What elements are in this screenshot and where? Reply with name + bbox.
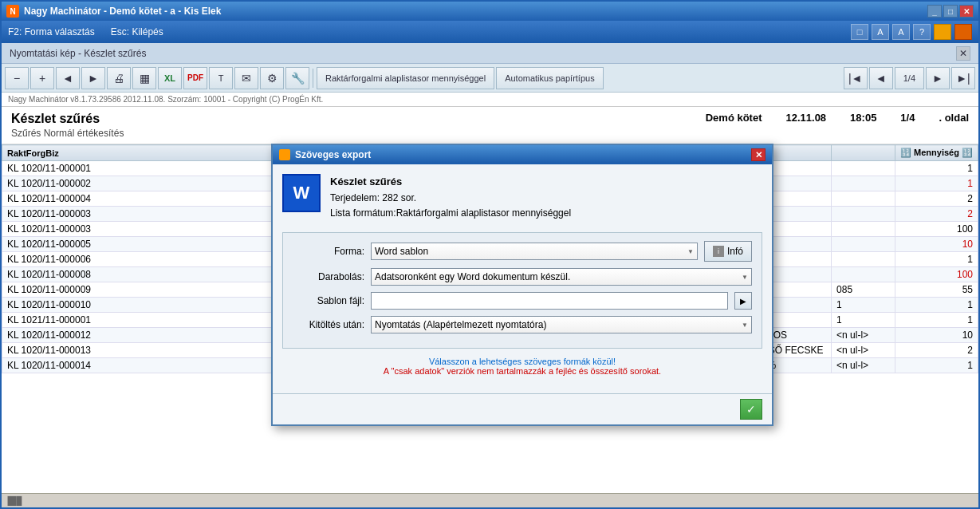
window-title: Nagy Machinátor - Demó kötet - a - Kis E… [24, 6, 221, 17]
info-button[interactable]: i Infó [704, 241, 752, 262]
table-cell [832, 191, 895, 207]
table-cell: KL 1020/11-000010 [2, 298, 281, 313]
table-cell: <n ul-l> [832, 343, 895, 358]
menu-f2[interactable]: F2: Forma választás [8, 26, 95, 37]
tb-tool-btn[interactable]: 🔧 [285, 67, 309, 89]
page-header-time: 18:05 [850, 112, 876, 139]
color-block-2 [954, 24, 972, 40]
tb-minus-btn[interactable]: − [5, 67, 29, 89]
sablon-input[interactable] [371, 292, 728, 310]
kitoltes-label: Kitöltés után: [293, 319, 364, 330]
darabolas-select[interactable]: Adatsoronként egy Word dokumentum készül… [371, 268, 752, 286]
dialog-form: Forma: Word sablon i Infó Darabolás: [282, 232, 762, 349]
forma-select[interactable]: Word sablon [371, 243, 698, 260]
dialog-info-text: Készlet szűrés Terjedelem: 282 sor. List… [330, 174, 571, 221]
toolbar: − + ◄ ► 🖨 ▦ XL PDF T ✉ ⚙ 🔧 Raktárforgalm… [2, 64, 978, 93]
table-cell: 2 [895, 207, 978, 222]
page-header-date: 12.11.08 [786, 112, 827, 139]
table-cell: KL 1020/11-000013 [2, 343, 281, 358]
col-header-megj[interactable] [832, 145, 895, 161]
tb-print-btn[interactable]: 🖨 [107, 67, 131, 89]
notice-1: Válasszon a lehetséges szöveges formák k… [282, 357, 762, 366]
page-header-title: Készlet szűrés Szűrés Normál értékesítés [11, 112, 706, 139]
dialog-footer: ✓ [273, 393, 772, 424]
close-button[interactable]: ✕ [959, 5, 974, 18]
table-cell: 2 [895, 191, 978, 207]
menu-esc[interactable]: Esc: Kilépés [111, 26, 163, 37]
dialog-title-icon [279, 149, 290, 160]
col-header-biz[interactable]: RaktForgBiz [2, 145, 281, 161]
dialog-notice: Válasszon a lehetséges szöveges formák k… [282, 357, 762, 376]
version-bar: Nagy Machinátor v8.1.73.29586 2012.11.08… [2, 93, 978, 107]
sablon-row: Sablon fájl: ▶ [293, 292, 752, 310]
tb-table-btn[interactable]: ▦ [132, 67, 156, 89]
dialog-info-section: W Készlet szűrés Terjedelem: 282 sor. Li… [282, 174, 762, 221]
menu-btn-restore[interactable]: □ [851, 24, 868, 40]
tb-sep-1 [313, 69, 313, 88]
tb-prev-btn[interactable]: ◄ [869, 67, 893, 89]
page-header-page-suffix: . oldal [939, 112, 969, 139]
darabolas-row: Darabolás: Adatsoronként egy Word dokume… [293, 268, 752, 286]
color-block-1 [934, 24, 951, 40]
table-cell: 1 [895, 161, 978, 176]
table-cell: KL 1020/11-000005 [2, 237, 281, 252]
page-subtitle: Szűrés Normál értékesítés [11, 128, 706, 139]
tb-paper-type-btn[interactable]: Automatikus papírtípus [496, 67, 604, 89]
tb-next-btn[interactable]: ► [926, 67, 950, 89]
tb-first-btn[interactable]: |◄ [844, 67, 868, 89]
window-controls: _ □ ✕ [927, 5, 974, 18]
sub-close-button[interactable]: ✕ [956, 46, 970, 61]
table-cell: KL 1020/11-000003 [2, 222, 281, 237]
forma-label: Forma: [293, 246, 364, 257]
title-bar: N Nagy Machinátor - Demó kötet - a - Kis… [2, 2, 978, 21]
table-cell: KL 1020/11-000014 [2, 358, 281, 373]
bottom-scroll-bar[interactable]: ▐██ [2, 493, 978, 507]
minimize-button[interactable]: _ [927, 5, 942, 18]
info-btn-label: Infó [727, 246, 743, 257]
dialog-close-button[interactable]: ✕ [751, 148, 766, 161]
table-cell: 100 [895, 222, 978, 237]
tb-excel-btn[interactable]: XL [158, 67, 182, 89]
table-cell: KL 1020/11-000001 [2, 161, 281, 176]
page-header-info: Demó kötet 12.11.08 18:05 1/4 . oldal [706, 112, 969, 139]
tb-email-btn[interactable]: ✉ [234, 67, 258, 89]
maximize-button[interactable]: □ [943, 5, 958, 18]
sub-header: Nyomtatási kép - Készlet szűrés ✕ [2, 43, 978, 64]
app-icon: N [6, 5, 19, 18]
table-cell: KL 1020/11-000009 [2, 282, 281, 298]
tb-forward-btn[interactable]: ► [81, 67, 105, 89]
export-dialog[interactable]: Szöveges export ✕ W Készlet szűrés Terje… [271, 144, 773, 426]
app-window: N Nagy Machinátor - Demó kötet - a - Kis… [0, 0, 980, 509]
table-cell: 10 [895, 328, 978, 343]
table-cell: 100 [895, 267, 978, 282]
table-cell: <n ul-l> [832, 328, 895, 343]
menu-btn-a2[interactable]: A [892, 24, 910, 40]
tb-list-format-btn[interactable]: Raktárforgalmi alaplistasor mennyiséggel [317, 67, 494, 89]
menu-bar: F2: Forma választás Esc: Kilépés □ A A ? [2, 21, 978, 43]
sablon-browse-btn[interactable]: ▶ [734, 292, 752, 310]
menu-bar-right: □ A A ? [851, 24, 972, 40]
darabolas-label: Darabolás: [293, 271, 364, 282]
tb-text-btn[interactable]: T [209, 67, 233, 89]
dialog-info-terjedelem: Terjedelem: 282 sor. [330, 191, 571, 206]
col-header-menny[interactable]: 🔢 Mennyiség 🔢 [895, 145, 978, 161]
tb-last-btn[interactable]: ►| [951, 67, 975, 89]
sablon-label: Sablon fájl: [293, 295, 364, 306]
menu-btn-help[interactable]: ? [913, 24, 931, 40]
table-cell: 1 [895, 298, 978, 313]
table-cell [832, 222, 895, 237]
table-cell: 1 [895, 176, 978, 191]
table-cell: 1 [895, 252, 978, 267]
tb-settings-btn[interactable]: ⚙ [260, 67, 284, 89]
tb-pdf-btn[interactable]: PDF [183, 67, 207, 89]
page-header-page: 1/4 [900, 112, 915, 139]
kitoltes-select[interactable]: Nyomtatás (Alapértelmezett nyomtatóra) [371, 316, 752, 333]
table-cell: 10 [895, 237, 978, 252]
tb-page-indicator: 1/4 [895, 67, 924, 89]
dialog-title-bar: Szöveges export ✕ [273, 145, 772, 164]
tb-back-btn[interactable]: ◄ [56, 67, 80, 89]
menu-btn-a1[interactable]: A [872, 24, 889, 40]
dialog-ok-button[interactable]: ✓ [740, 399, 762, 420]
tb-plus-btn[interactable]: + [30, 67, 54, 89]
tb-nav: |◄ ◄ 1/4 ► ►| [844, 67, 975, 89]
